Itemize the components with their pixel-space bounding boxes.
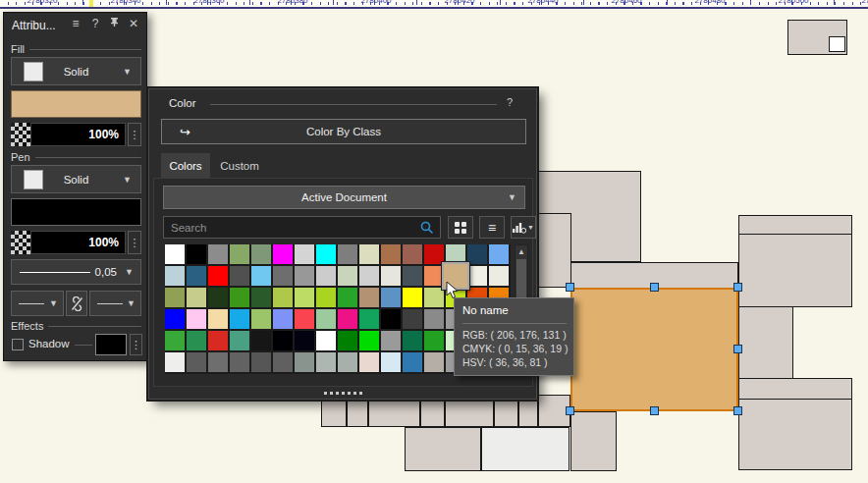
color-swatch[interactable] bbox=[187, 288, 206, 307]
pen-weight-dropdown[interactable]: 0,05 ▼ bbox=[11, 259, 141, 285]
color-swatch[interactable] bbox=[424, 266, 444, 286]
color-swatch[interactable] bbox=[230, 244, 249, 264]
shadow-options-icon[interactable]: ⋮ bbox=[130, 334, 142, 355]
color-swatch[interactable] bbox=[359, 352, 379, 372]
color-swatch[interactable] bbox=[489, 244, 509, 264]
color-swatch[interactable] bbox=[208, 288, 228, 307]
color-swatch[interactable] bbox=[273, 352, 293, 372]
color-swatch[interactable] bbox=[359, 244, 379, 264]
pen-type-dropdown[interactable]: Solid ▼ bbox=[11, 165, 141, 193]
color-swatch[interactable] bbox=[251, 244, 271, 264]
color-swatch[interactable] bbox=[403, 266, 422, 286]
color-swatch[interactable] bbox=[295, 244, 314, 264]
color-swatch[interactable] bbox=[230, 266, 249, 286]
color-swatch[interactable] bbox=[338, 266, 357, 286]
tab-custom[interactable]: Custom bbox=[210, 153, 269, 178]
color-swatch[interactable] bbox=[165, 266, 185, 286]
color-swatch[interactable] bbox=[187, 266, 206, 286]
canvas-shape[interactable] bbox=[829, 36, 845, 52]
fill-opacity-options-icon[interactable]: ⋮ bbox=[128, 123, 141, 146]
color-swatch[interactable] bbox=[403, 309, 422, 329]
color-swatch[interactable] bbox=[381, 309, 401, 329]
color-swatch[interactable] bbox=[187, 309, 206, 329]
pen-opacity-field[interactable]: 100% bbox=[30, 231, 126, 254]
color-swatch[interactable] bbox=[338, 288, 357, 307]
color-swatch[interactable] bbox=[208, 352, 228, 372]
color-swatch[interactable] bbox=[316, 266, 336, 286]
selection-handle[interactable] bbox=[733, 283, 742, 292]
color-swatch[interactable] bbox=[403, 352, 422, 372]
color-swatch[interactable] bbox=[424, 288, 444, 307]
color-swatch[interactable] bbox=[165, 244, 185, 264]
panel-help-icon[interactable]: ? bbox=[87, 17, 103, 30]
color-swatch[interactable] bbox=[187, 331, 206, 350]
color-swatch[interactable] bbox=[403, 244, 422, 264]
color-swatch[interactable] bbox=[359, 331, 379, 350]
color-swatch[interactable] bbox=[403, 288, 422, 307]
pen-opacity-options-icon[interactable]: ⋮ bbox=[128, 231, 141, 254]
color-swatch[interactable] bbox=[316, 352, 336, 372]
shadow-color-swatch[interactable] bbox=[95, 334, 127, 355]
color-swatch[interactable] bbox=[273, 288, 293, 307]
canvas-shape[interactable] bbox=[738, 306, 793, 379]
selection-handle[interactable] bbox=[566, 406, 574, 415]
color-swatch[interactable] bbox=[165, 288, 185, 307]
color-swatch[interactable] bbox=[381, 352, 401, 372]
color-swatch[interactable] bbox=[273, 266, 293, 286]
fill-color-swatch[interactable] bbox=[11, 90, 141, 118]
horizontal-ruler[interactable]: 2780320278034027803602780380278040027804… bbox=[0, 0, 868, 9]
list-view-button[interactable]: ≡ bbox=[479, 216, 505, 239]
tab-colors[interactable]: Colors bbox=[161, 153, 210, 178]
color-swatch[interactable] bbox=[251, 309, 271, 329]
scroll-up-icon[interactable]: ▲ bbox=[515, 245, 527, 258]
color-swatch[interactable] bbox=[187, 244, 206, 264]
canvas-shape[interactable] bbox=[405, 427, 481, 471]
panel-menu-icon[interactable]: ≡ bbox=[68, 17, 83, 30]
search-input[interactable]: Search bbox=[163, 216, 441, 239]
color-swatch[interactable] bbox=[446, 244, 465, 264]
color-swatch[interactable] bbox=[359, 266, 379, 286]
color-swatch[interactable] bbox=[165, 331, 185, 350]
canvas-shape[interactable] bbox=[738, 234, 852, 307]
dialog-help-icon[interactable]: ? bbox=[507, 96, 513, 108]
selection-handle[interactable] bbox=[650, 406, 659, 415]
sort-button[interactable]: ▼ bbox=[511, 216, 536, 239]
color-swatch[interactable] bbox=[165, 309, 185, 329]
color-swatch[interactable] bbox=[424, 352, 444, 372]
canvas-shape[interactable] bbox=[570, 411, 617, 471]
color-swatch[interactable] bbox=[467, 244, 487, 264]
color-swatch[interactable] bbox=[316, 288, 336, 307]
color-swatch[interactable] bbox=[316, 309, 336, 329]
color-swatch[interactable] bbox=[208, 244, 228, 264]
color-swatch[interactable] bbox=[359, 309, 379, 329]
canvas-shape[interactable] bbox=[738, 215, 852, 235]
selection-handle[interactable] bbox=[733, 345, 742, 353]
color-swatch[interactable] bbox=[251, 288, 271, 307]
color-swatch[interactable] bbox=[295, 288, 314, 307]
color-by-class-button[interactable]: ↪ Color By Class bbox=[161, 119, 526, 144]
library-dropdown[interactable]: Active Document ▼ bbox=[163, 186, 525, 209]
color-swatch[interactable] bbox=[338, 244, 357, 264]
color-swatch[interactable] bbox=[251, 331, 271, 350]
color-swatch[interactable] bbox=[338, 352, 357, 372]
color-swatch[interactable] bbox=[381, 266, 401, 286]
color-swatch[interactable] bbox=[295, 331, 314, 350]
color-swatch[interactable] bbox=[251, 266, 271, 286]
fill-type-dropdown[interactable]: Solid ▼ bbox=[11, 57, 141, 85]
color-swatch[interactable] bbox=[424, 309, 444, 329]
color-swatch[interactable] bbox=[273, 309, 293, 329]
unlink-ends-button[interactable] bbox=[66, 291, 87, 316]
color-swatch[interactable] bbox=[381, 244, 401, 264]
color-swatch[interactable] bbox=[424, 244, 444, 264]
color-swatch[interactable] bbox=[273, 331, 293, 350]
color-swatch[interactable] bbox=[295, 266, 314, 286]
canvas-shape[interactable] bbox=[738, 378, 852, 400]
color-swatch[interactable] bbox=[251, 352, 271, 372]
selection-handle[interactable] bbox=[733, 406, 742, 415]
color-swatch[interactable] bbox=[338, 309, 357, 329]
color-swatch[interactable] bbox=[273, 244, 293, 264]
color-swatch[interactable] bbox=[230, 352, 249, 372]
color-swatch[interactable] bbox=[295, 309, 314, 329]
color-swatch[interactable] bbox=[208, 309, 228, 329]
color-swatch[interactable] bbox=[230, 288, 249, 307]
